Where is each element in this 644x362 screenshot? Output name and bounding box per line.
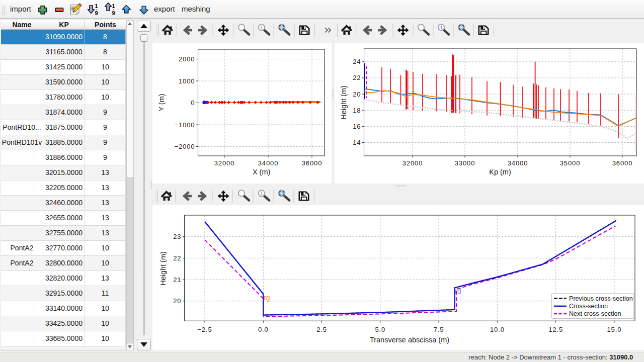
svg-text:1: 1 [112,3,115,9]
svg-text:36000: 36000 [612,159,633,167]
svg-text:Transverse abscissa (m): Transverse abscissa (m) [370,336,449,344]
svg-text:21: 21 [173,276,181,284]
svg-text:23: 23 [173,233,181,240]
svg-text:12.5: 12.5 [548,326,563,333]
svg-text:Previous cross-section: Previous cross-section [569,295,633,302]
svg-text:34000: 34000 [258,159,279,167]
svg-text:0: 0 [191,99,195,107]
svg-text:9: 9 [112,10,115,16]
svg-text:1: 1 [261,25,263,30]
svg-text:33000: 33000 [455,159,475,167]
svg-text:2.5: 2.5 [316,326,327,333]
svg-text:7.5: 7.5 [434,326,444,333]
svg-text:20: 20 [173,297,181,305]
svg-text:36000: 36000 [302,159,323,167]
svg-text:1: 1 [261,191,263,196]
svg-text:32000: 32000 [214,159,235,167]
svg-text:14: 14 [353,139,361,146]
svg-text:16: 16 [353,123,361,130]
svg-text:Y (m): Y (m) [157,94,166,111]
svg-text:18: 18 [353,107,361,114]
svg-text:22: 22 [173,254,181,262]
svg-text:Height (m): Height (m) [159,251,167,286]
svg-text:24: 24 [353,58,361,65]
svg-text:Kp (m): Kp (m) [489,168,511,176]
svg-text:1: 1 [95,3,98,9]
svg-text:34000: 34000 [508,159,528,167]
svg-text:0.0: 0.0 [258,326,269,333]
svg-text:Next cross-section: Next cross-section [569,310,621,317]
svg-text:15.0: 15.0 [607,326,621,333]
svg-text:Cross-section: Cross-section [569,303,608,310]
svg-text:−1000: −1000 [174,121,195,129]
svg-text:X (m): X (m) [253,168,270,176]
svg-text:9: 9 [95,10,98,16]
svg-text:10.0: 10.0 [490,326,505,333]
svg-text:rd: rd [455,287,461,295]
svg-text:35000: 35000 [560,159,581,167]
svg-text:32000: 32000 [403,159,423,167]
svg-text:5.0: 5.0 [375,326,385,333]
svg-text:rg: rg [264,294,270,302]
svg-text:1: 1 [440,25,443,30]
svg-text:−2.5: −2.5 [197,326,212,333]
svg-text:22: 22 [353,74,361,81]
svg-text:Height (m): Height (m) [340,85,348,120]
svg-text:2000: 2000 [179,55,195,63]
svg-text:20: 20 [353,90,361,98]
svg-text:−2000: −2000 [174,143,195,150]
svg-text:1000: 1000 [179,77,195,85]
